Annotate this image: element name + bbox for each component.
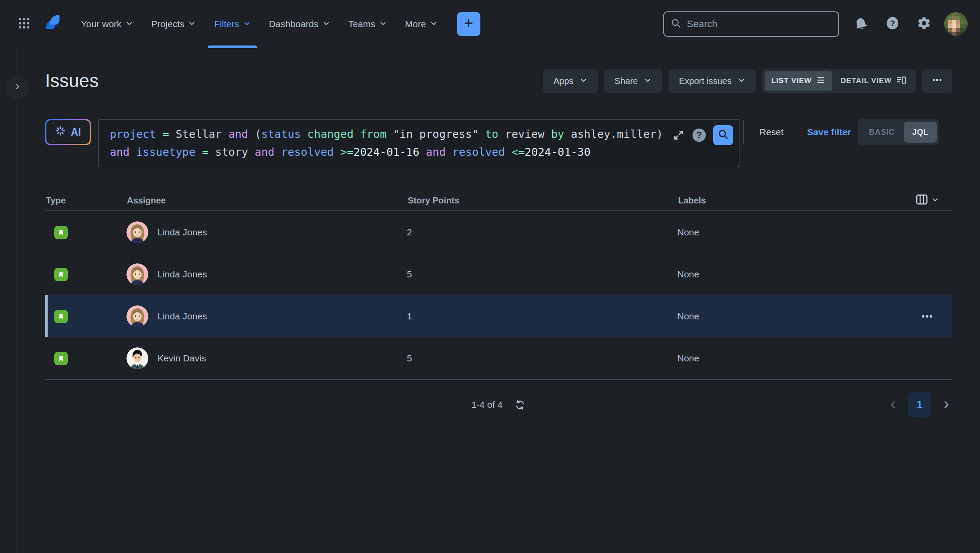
list-view-icon — [816, 75, 826, 87]
previous-page-button[interactable] — [887, 399, 899, 410]
detail-view-tab[interactable]: DETAIL VIEW — [834, 71, 913, 91]
plus-icon — [463, 18, 474, 31]
assignee-avatar — [126, 305, 148, 327]
search-input[interactable] — [686, 18, 832, 30]
story-points-cell: 5 — [407, 269, 677, 280]
global-search[interactable] — [663, 11, 839, 37]
share-button[interactable]: Share — [604, 69, 662, 93]
bell-icon — [853, 15, 870, 32]
grid-icon — [18, 17, 31, 32]
story-type-icon — [54, 268, 68, 281]
nav-item-filters[interactable]: Filters — [205, 0, 259, 48]
story-points-cell: 2 — [407, 227, 677, 238]
nav-item-more[interactable]: More — [396, 0, 447, 48]
apps-button[interactable]: Apps — [543, 69, 598, 93]
detail-view-icon — [896, 75, 906, 88]
table-header: Type Assignee Story Points Labels — [45, 190, 952, 211]
syntax-help-icon[interactable]: ? — [691, 127, 707, 144]
next-page-button[interactable] — [941, 399, 952, 410]
story-points-cell: 1 — [407, 311, 677, 322]
header-actions: Apps Share Export issues LIST VIEW — [543, 69, 952, 93]
user-avatar[interactable] — [944, 12, 968, 36]
ai-button-label: AI — [71, 126, 81, 138]
chevron-down-icon — [126, 19, 133, 29]
export-issues-button[interactable]: Export issues — [668, 69, 756, 93]
jql-editor[interactable]: project = Stellar and (status changed fr… — [98, 119, 739, 167]
labels-cell: None — [677, 227, 878, 238]
column-header-type[interactable]: Type — [45, 196, 126, 206]
table-row[interactable]: Kevin Davis5None — [45, 337, 952, 379]
search-icon — [717, 128, 729, 142]
list-view-label: LIST VIEW — [771, 77, 812, 85]
expand-sidebar-button[interactable] — [7, 77, 28, 98]
assignee-name: Linda Jones — [158, 311, 207, 322]
nav-item-label: Projects — [151, 19, 185, 29]
jira-logo[interactable] — [43, 14, 61, 34]
mode-option-basic[interactable]: BASIC — [861, 122, 903, 143]
nav-item-dashboards[interactable]: Dashboards — [260, 0, 339, 48]
sidebar-divider — [18, 49, 18, 553]
chevron-down-icon — [322, 19, 330, 29]
story-type-icon — [54, 226, 68, 239]
chevron-down-icon — [430, 19, 438, 29]
nav-right-group: ? — [663, 10, 968, 38]
jira-issues-page: Your workProjectsFiltersDashboardsTeamsM… — [0, 0, 980, 553]
page-number-button[interactable]: 1 — [908, 392, 931, 417]
notifications-button[interactable] — [845, 10, 877, 38]
settings-button[interactable] — [908, 10, 940, 38]
expand-editor-icon[interactable] — [672, 129, 685, 142]
column-header-story-points[interactable]: Story Points — [407, 196, 677, 206]
nav-item-label: More — [405, 19, 426, 29]
chevron-down-icon — [931, 196, 939, 206]
page-header: Issues Apps Share Export issues LIST VIE… — [45, 66, 952, 96]
share-button-label: Share — [615, 76, 638, 86]
table-row[interactable]: Linda Jones5None — [45, 253, 952, 295]
nav-item-teams[interactable]: Teams — [339, 0, 396, 48]
help-button[interactable]: ? — [877, 10, 908, 38]
create-button[interactable] — [457, 12, 480, 36]
list-view-tab[interactable]: LIST VIEW — [765, 71, 832, 91]
nav-item-projects[interactable]: Projects — [142, 0, 205, 48]
page-title: Issues — [45, 70, 99, 91]
app-switcher-button[interactable] — [12, 12, 36, 36]
chevron-down-icon — [243, 19, 251, 29]
column-header-labels[interactable]: Labels — [677, 196, 878, 206]
more-horizontal-icon — [931, 74, 943, 88]
pagination-bar: 1-4 of 4 1 — [45, 392, 952, 417]
svg-text:?: ? — [696, 130, 702, 140]
svg-text:?: ? — [890, 18, 895, 28]
chevron-down-icon — [580, 76, 587, 86]
ai-button[interactable]: AI — [45, 119, 91, 145]
reset-button[interactable]: Reset — [760, 127, 784, 137]
configure-columns-button[interactable] — [915, 193, 952, 208]
row-actions-button[interactable] — [920, 310, 952, 323]
mode-option-jql[interactable]: JQL — [904, 122, 937, 143]
gear-icon — [917, 16, 931, 32]
help-icon: ? — [885, 16, 900, 32]
assignee-cell: Linda Jones — [126, 221, 407, 243]
refresh-icon[interactable] — [514, 399, 526, 411]
assignee-cell: Linda Jones — [126, 263, 407, 285]
type-cell — [45, 310, 126, 323]
assignee-name: Linda Jones — [158, 269, 207, 280]
table-row[interactable]: Linda Jones2None — [45, 211, 952, 253]
export-button-label: Export issues — [679, 76, 732, 86]
run-query-button[interactable] — [713, 125, 733, 145]
table-body: Linda Jones2NoneLinda Jones5NoneLinda Jo… — [45, 211, 952, 380]
nav-item-your-work[interactable]: Your work — [72, 0, 142, 48]
column-header-assignee[interactable]: Assignee — [126, 196, 407, 206]
filter-bar: AI project = Stellar and (status changed… — [45, 119, 952, 167]
header-more-button[interactable] — [922, 69, 952, 93]
type-cell — [45, 226, 126, 239]
chevron-down-icon — [188, 19, 196, 29]
assignee-avatar — [126, 221, 148, 243]
view-mode-toggle: LIST VIEW DETAIL VIEW — [762, 69, 916, 93]
table-row[interactable]: Linda Jones1None — [45, 295, 952, 337]
story-points-cell: 5 — [407, 353, 677, 364]
save-filter-button[interactable]: Save filter — [807, 127, 851, 137]
page-controls: 1 — [887, 392, 952, 417]
jql-query-text: project = Stellar and (status changed fr… — [110, 125, 660, 161]
apps-button-label: Apps — [553, 76, 574, 86]
type-cell — [45, 268, 126, 281]
search-icon — [670, 18, 682, 31]
